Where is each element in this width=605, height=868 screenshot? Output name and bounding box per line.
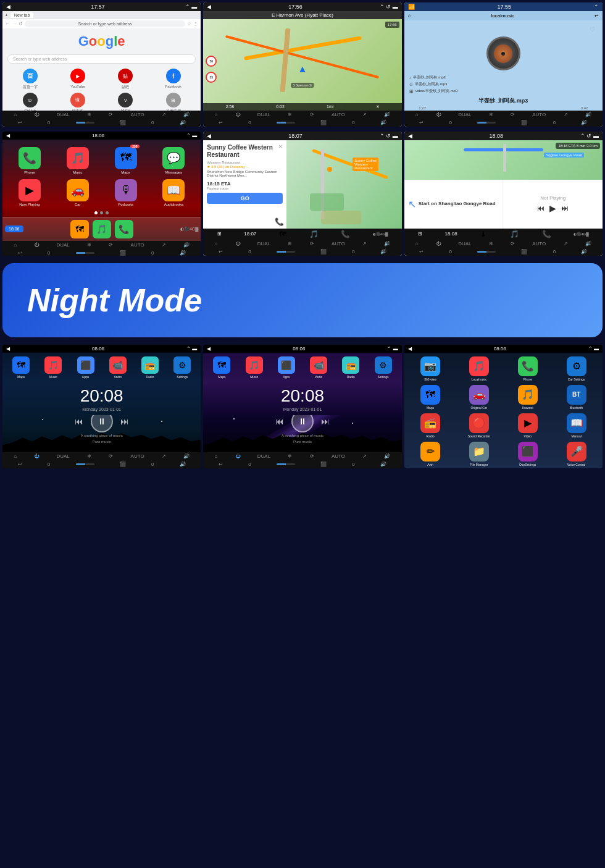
- cmap-dock-3[interactable]: 📞: [341, 230, 350, 238]
- map-close[interactable]: ✕: [376, 104, 380, 109]
- reload-icon[interactable]: ↺: [19, 21, 23, 27]
- heart-icon[interactable]: ♡: [590, 26, 595, 33]
- nmg-originalcar[interactable]: 🚗 Original Car: [456, 385, 501, 410]
- cp-car[interactable]: 🚗 Car: [56, 179, 100, 206]
- nm2-next[interactable]: ⏭: [321, 416, 330, 426]
- cmap-dock-2[interactable]: 🎵: [309, 230, 319, 238]
- nm2-prev[interactable]: ⏮: [275, 416, 284, 426]
- nm-app-vedio[interactable]: 📹 Vedio: [109, 356, 127, 379]
- cmap-dock-1[interactable]: 🗺: [279, 230, 286, 238]
- carplay-back[interactable]: ◀: [6, 133, 10, 138]
- nm2-back[interactable]: ◀: [207, 346, 211, 352]
- dock-icon-1[interactable]: 🗺: [70, 220, 89, 238]
- call-icon[interactable]: 📞: [275, 217, 284, 226]
- cp-messages[interactable]: 💬 Messages: [151, 147, 196, 174]
- nm1-next[interactable]: ⏭: [120, 416, 129, 426]
- nmg-voicecontrol[interactable]: 🎤 Voice Control: [554, 442, 599, 466]
- cp-nowplaying[interactable]: ▶ Now Playing: [7, 179, 52, 206]
- nm1-pause-btn[interactable]: ⏸: [91, 415, 113, 433]
- nmg-back[interactable]: ◀: [408, 346, 412, 352]
- shortcut-tieba[interactable]: 贴 贴吧: [103, 69, 148, 90]
- nmg-360view[interactable]: 📷 360 view: [408, 356, 453, 381]
- nmg-bluetooth[interactable]: BT Bluetooth: [554, 385, 599, 410]
- google-search-box[interactable]: Search or type web address: [7, 54, 196, 64]
- dot-2[interactable]: [100, 211, 103, 214]
- media-next[interactable]: ⏭: [561, 204, 569, 213]
- power-ctrl[interactable]: ⏻: [34, 112, 39, 117]
- nm-app-radio[interactable]: 📻 Radio: [141, 356, 159, 379]
- snow-ctrl[interactable]: ❄: [87, 112, 91, 117]
- power-ctrl-nav[interactable]: ⏻: [235, 112, 240, 117]
- power-ctrl-music[interactable]: ⏻: [436, 112, 441, 117]
- arrow-ctrl-nav[interactable]: ↗: [362, 112, 367, 117]
- nmg-radio[interactable]: 📻 Radio: [408, 413, 453, 438]
- browser-tab[interactable]: New tab: [10, 12, 34, 18]
- cp-maps[interactable]: 🗺 259 Maps: [104, 147, 148, 174]
- nm1-prev[interactable]: ⏮: [75, 416, 83, 426]
- carplay-expand[interactable]: ⌃ ▬: [186, 133, 197, 138]
- track-item-3[interactable]: ▣ video/半壶纱_刘珂矣.mp3: [409, 88, 598, 95]
- cmap-back[interactable]: ◀: [207, 133, 211, 139]
- nmg-filemanager[interactable]: 📁 File Manager: [456, 442, 501, 466]
- back-ctrl-nav[interactable]: ↩: [219, 120, 223, 125]
- vol-ctrl[interactable]: 🔊: [183, 112, 190, 117]
- media-prev[interactable]: ⏮: [537, 204, 544, 213]
- nav-back-icon[interactable]: ←: [5, 21, 10, 27]
- track-item-2[interactable]: ⊙ 半壶纱_刘珂矣.mp3: [409, 81, 598, 88]
- go-button[interactable]: GO: [207, 193, 283, 204]
- nm2-expand[interactable]: ⌃ ▬: [387, 346, 398, 352]
- home-ctrl-music[interactable]: ⌂: [415, 112, 419, 117]
- arrow-ctrl[interactable]: ↗: [162, 112, 166, 117]
- nm-app-settings[interactable]: ⚙ Settings: [173, 356, 191, 379]
- nm1-expand[interactable]: ⌃ ▬: [186, 346, 197, 352]
- sync-ctrl[interactable]: ⟳: [109, 112, 113, 117]
- music-progress-ctrl[interactable]: [477, 122, 496, 124]
- snow-ctrl-nav[interactable]: ❄: [288, 112, 292, 117]
- nm2-settings[interactable]: ⚙ Settings: [375, 356, 392, 379]
- cp-audiobooks[interactable]: 📖 Audiobooks: [151, 179, 196, 206]
- menu-icon[interactable]: ⋮: [193, 21, 198, 27]
- nav-progress[interactable]: [277, 122, 295, 124]
- nav-expand[interactable]: ⌃ ↺ ▬: [380, 4, 398, 10]
- nm2-pause-btn[interactable]: ⏸: [291, 415, 314, 433]
- shortcut-facebook[interactable]: f Facebook: [151, 69, 196, 90]
- nmg-avin[interactable]: ✏ Avin: [408, 442, 453, 466]
- nmg-soundrecorder[interactable]: 🔴 Sound Recorder: [456, 413, 501, 438]
- csplit-dock-3[interactable]: 📞: [542, 230, 551, 238]
- nmg-video[interactable]: ▶ Video: [505, 413, 550, 438]
- nm1-back[interactable]: ◀: [6, 346, 10, 352]
- track-item-1[interactable]: ♪ 半壶纱_刘珂矣.mp3: [409, 74, 598, 81]
- csplit-dock-2[interactable]: 🎵: [510, 230, 519, 238]
- nm2-maps[interactable]: 🗺 Maps: [213, 356, 230, 379]
- home-ctrl-nav[interactable]: ⌂: [214, 112, 217, 117]
- shortcut-github[interactable]: ⊙ GitHub: [7, 93, 52, 111]
- nmg-phone[interactable]: 📞 Phone: [505, 356, 550, 381]
- media-play[interactable]: ▶: [549, 203, 556, 213]
- nmg-kuwooo[interactable]: 🎵 Kuwooo: [505, 385, 550, 410]
- nm2-vedio[interactable]: 📹 Vedio: [310, 356, 327, 379]
- cp-podcasts[interactable]: 🎙 Podcasts: [104, 179, 148, 206]
- nav-back-arrow[interactable]: ◀: [207, 4, 211, 10]
- csplit-dock-1[interactable]: 🌡: [480, 230, 487, 238]
- grid-icon-split[interactable]: ⊞: [418, 231, 422, 237]
- dock-icon-2[interactable]: 🎵: [93, 220, 111, 238]
- nm-app-apps[interactable]: ⬛ Apps: [77, 356, 94, 379]
- shortcut-youtube[interactable]: ▶ YouTube: [55, 69, 100, 90]
- nm-app-music[interactable]: 🎵 Music: [44, 356, 62, 379]
- shortcut-dongchedi[interactable]: 懂 懂车帝: [55, 93, 100, 111]
- nmg-maps[interactable]: 🗺 Maps: [408, 385, 453, 410]
- home-ctrl[interactable]: ⌂: [14, 112, 17, 117]
- cp-phone[interactable]: 📞 Phone: [7, 147, 52, 174]
- nmg-expand[interactable]: ⌃ ▬: [588, 346, 599, 352]
- cp-music[interactable]: 🎵 Music: [56, 147, 100, 174]
- csplit-expand[interactable]: ⌃ ↺ ▬: [580, 133, 599, 139]
- url-bar[interactable]: Search or type web address: [25, 20, 185, 27]
- grid-icon[interactable]: ⊞: [217, 231, 222, 237]
- csplit-back[interactable]: ◀: [408, 133, 412, 139]
- back-icon[interactable]: ◀: [6, 4, 10, 10]
- close-sidebar[interactable]: ✕: [278, 144, 283, 150]
- home-icon-music[interactable]: ⌂: [408, 13, 411, 19]
- nm2-radio[interactable]: 📻 Radio: [342, 356, 359, 379]
- dot-3[interactable]: [106, 211, 109, 214]
- bookmark-icon[interactable]: ☆: [187, 21, 191, 27]
